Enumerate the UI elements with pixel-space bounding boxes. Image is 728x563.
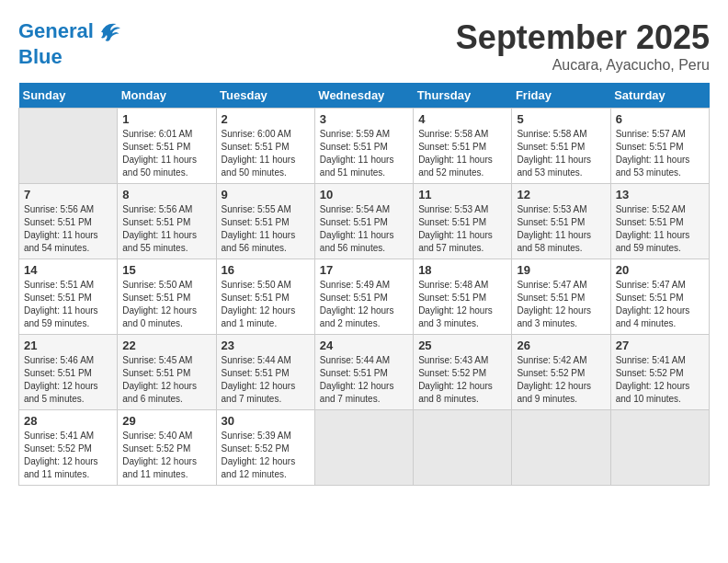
day-number: 29 xyxy=(122,414,210,428)
calendar-cell: 4Sunrise: 5:58 AM Sunset: 5:51 PM Daylig… xyxy=(414,109,512,184)
day-info: Sunrise: 5:47 AM Sunset: 5:51 PM Dayligh… xyxy=(616,279,704,330)
calendar-cell: 24Sunrise: 5:44 AM Sunset: 5:51 PM Dayli… xyxy=(314,335,413,410)
calendar-cell: 22Sunrise: 5:45 AM Sunset: 5:51 PM Dayli… xyxy=(118,335,216,410)
logo: General Blue xyxy=(18,18,123,68)
calendar-cell: 30Sunrise: 5:39 AM Sunset: 5:52 PM Dayli… xyxy=(216,410,314,486)
calendar-cell xyxy=(19,109,118,184)
calendar-cell: 14Sunrise: 5:51 AM Sunset: 5:51 PM Dayli… xyxy=(19,259,118,335)
weekday-header-friday: Friday xyxy=(512,83,610,109)
day-number: 12 xyxy=(517,188,605,201)
calendar-cell: 6Sunrise: 5:57 AM Sunset: 5:51 PM Daylig… xyxy=(610,109,709,184)
day-number: 22 xyxy=(122,339,210,352)
day-number: 21 xyxy=(24,339,112,352)
day-number: 28 xyxy=(24,414,112,428)
calendar-cell: 20Sunrise: 5:47 AM Sunset: 5:51 PM Dayli… xyxy=(610,259,709,335)
day-info: Sunrise: 5:56 AM Sunset: 5:51 PM Dayligh… xyxy=(24,203,112,255)
day-info: Sunrise: 5:50 AM Sunset: 5:51 PM Dayligh… xyxy=(222,279,310,330)
calendar-cell xyxy=(314,410,413,486)
page-header: General Blue September 2025 Aucara, Ayac… xyxy=(18,18,710,74)
day-info: Sunrise: 5:44 AM Sunset: 5:51 PM Dayligh… xyxy=(320,354,408,406)
calendar-cell: 25Sunrise: 5:43 AM Sunset: 5:52 PM Dayli… xyxy=(414,335,512,410)
day-number: 13 xyxy=(616,188,704,201)
day-number: 27 xyxy=(616,339,704,352)
day-number: 7 xyxy=(24,188,112,201)
day-number: 11 xyxy=(418,188,506,201)
weekday-header-sunday: Sunday xyxy=(19,83,118,109)
week-row-2: 14Sunrise: 5:51 AM Sunset: 5:51 PM Dayli… xyxy=(19,259,710,335)
day-number: 3 xyxy=(320,112,408,126)
calendar-cell: 1Sunrise: 6:01 AM Sunset: 5:51 PM Daylig… xyxy=(118,109,216,184)
day-number: 16 xyxy=(222,263,310,277)
calendar-cell: 16Sunrise: 5:50 AM Sunset: 5:51 PM Dayli… xyxy=(216,259,314,335)
day-info: Sunrise: 5:49 AM Sunset: 5:51 PM Dayligh… xyxy=(320,279,408,330)
day-number: 15 xyxy=(122,263,210,277)
week-row-4: 28Sunrise: 5:41 AM Sunset: 5:52 PM Dayli… xyxy=(19,410,710,486)
weekday-header-saturday: Saturday xyxy=(610,83,709,109)
day-info: Sunrise: 5:42 AM Sunset: 5:52 PM Dayligh… xyxy=(517,354,605,406)
weekday-header-tuesday: Tuesday xyxy=(216,83,314,109)
calendar-cell: 7Sunrise: 5:56 AM Sunset: 5:51 PM Daylig… xyxy=(19,184,118,259)
day-info: Sunrise: 5:52 AM Sunset: 5:51 PM Dayligh… xyxy=(616,203,704,255)
calendar-cell xyxy=(610,410,709,486)
day-number: 26 xyxy=(517,339,605,352)
week-row-0: 1Sunrise: 6:01 AM Sunset: 5:51 PM Daylig… xyxy=(19,109,710,184)
calendar-cell: 15Sunrise: 5:50 AM Sunset: 5:51 PM Dayli… xyxy=(118,259,216,335)
day-info: Sunrise: 5:46 AM Sunset: 5:51 PM Dayligh… xyxy=(24,354,112,406)
calendar-cell: 11Sunrise: 5:53 AM Sunset: 5:51 PM Dayli… xyxy=(414,184,512,259)
weekday-header-monday: Monday xyxy=(118,83,216,109)
week-row-3: 21Sunrise: 5:46 AM Sunset: 5:51 PM Dayli… xyxy=(19,335,710,410)
calendar-cell: 18Sunrise: 5:48 AM Sunset: 5:51 PM Dayli… xyxy=(414,259,512,335)
day-info: Sunrise: 5:59 AM Sunset: 5:51 PM Dayligh… xyxy=(320,128,408,179)
day-info: Sunrise: 5:56 AM Sunset: 5:51 PM Dayligh… xyxy=(122,203,210,255)
day-number: 24 xyxy=(320,339,408,352)
calendar-cell: 10Sunrise: 5:54 AM Sunset: 5:51 PM Dayli… xyxy=(314,184,413,259)
day-info: Sunrise: 5:39 AM Sunset: 5:52 PM Dayligh… xyxy=(222,430,310,481)
day-info: Sunrise: 6:01 AM Sunset: 5:51 PM Dayligh… xyxy=(122,128,210,179)
day-info: Sunrise: 5:58 AM Sunset: 5:51 PM Dayligh… xyxy=(517,128,605,179)
day-info: Sunrise: 5:50 AM Sunset: 5:51 PM Dayligh… xyxy=(122,279,210,330)
day-number: 18 xyxy=(418,263,506,277)
day-number: 5 xyxy=(517,112,605,126)
day-number: 17 xyxy=(320,263,408,277)
day-info: Sunrise: 5:47 AM Sunset: 5:51 PM Dayligh… xyxy=(517,279,605,330)
day-number: 8 xyxy=(122,188,210,201)
calendar-cell xyxy=(414,410,512,486)
day-info: Sunrise: 5:57 AM Sunset: 5:51 PM Dayligh… xyxy=(616,128,704,179)
day-info: Sunrise: 5:48 AM Sunset: 5:51 PM Dayligh… xyxy=(418,279,506,330)
day-info: Sunrise: 5:54 AM Sunset: 5:51 PM Dayligh… xyxy=(320,203,408,255)
title-block: September 2025 Aucara, Ayacucho, Peru xyxy=(456,18,710,74)
day-number: 6 xyxy=(616,112,704,126)
calendar-table: SundayMondayTuesdayWednesdayThursdayFrid… xyxy=(18,83,710,486)
calendar-cell xyxy=(512,410,610,486)
day-info: Sunrise: 5:40 AM Sunset: 5:52 PM Dayligh… xyxy=(122,430,210,481)
calendar-cell: 13Sunrise: 5:52 AM Sunset: 5:51 PM Dayli… xyxy=(610,184,709,259)
calendar-cell: 3Sunrise: 5:59 AM Sunset: 5:51 PM Daylig… xyxy=(314,109,413,184)
day-info: Sunrise: 6:00 AM Sunset: 5:51 PM Dayligh… xyxy=(222,128,310,179)
day-number: 30 xyxy=(222,414,310,428)
calendar-cell: 12Sunrise: 5:53 AM Sunset: 5:51 PM Dayli… xyxy=(512,184,610,259)
calendar-cell: 5Sunrise: 5:58 AM Sunset: 5:51 PM Daylig… xyxy=(512,109,610,184)
calendar-cell: 8Sunrise: 5:56 AM Sunset: 5:51 PM Daylig… xyxy=(118,184,216,259)
day-number: 1 xyxy=(122,112,210,126)
day-info: Sunrise: 5:51 AM Sunset: 5:51 PM Dayligh… xyxy=(24,279,112,330)
day-number: 9 xyxy=(222,188,310,201)
weekday-header-row: SundayMondayTuesdayWednesdayThursdayFrid… xyxy=(19,83,710,109)
day-info: Sunrise: 5:43 AM Sunset: 5:52 PM Dayligh… xyxy=(418,354,506,406)
day-number: 14 xyxy=(24,263,112,277)
day-info: Sunrise: 5:41 AM Sunset: 5:52 PM Dayligh… xyxy=(616,354,704,406)
calendar-cell: 26Sunrise: 5:42 AM Sunset: 5:52 PM Dayli… xyxy=(512,335,610,410)
calendar-cell: 19Sunrise: 5:47 AM Sunset: 5:51 PM Dayli… xyxy=(512,259,610,335)
logo-text: General Blue xyxy=(18,18,123,68)
day-info: Sunrise: 5:53 AM Sunset: 5:51 PM Dayligh… xyxy=(418,203,506,255)
calendar-cell: 29Sunrise: 5:40 AM Sunset: 5:52 PM Dayli… xyxy=(118,410,216,486)
calendar-cell: 27Sunrise: 5:41 AM Sunset: 5:52 PM Dayli… xyxy=(610,335,709,410)
day-info: Sunrise: 5:53 AM Sunset: 5:51 PM Dayligh… xyxy=(517,203,605,255)
weekday-header-thursday: Thursday xyxy=(414,83,512,109)
month-title: September 2025 xyxy=(456,18,710,57)
calendar-cell: 21Sunrise: 5:46 AM Sunset: 5:51 PM Dayli… xyxy=(19,335,118,410)
day-number: 4 xyxy=(418,112,506,126)
day-info: Sunrise: 5:44 AM Sunset: 5:51 PM Dayligh… xyxy=(222,354,310,406)
day-number: 20 xyxy=(616,263,704,277)
week-row-1: 7Sunrise: 5:56 AM Sunset: 5:51 PM Daylig… xyxy=(19,184,710,259)
calendar-cell: 28Sunrise: 5:41 AM Sunset: 5:52 PM Dayli… xyxy=(19,410,118,486)
